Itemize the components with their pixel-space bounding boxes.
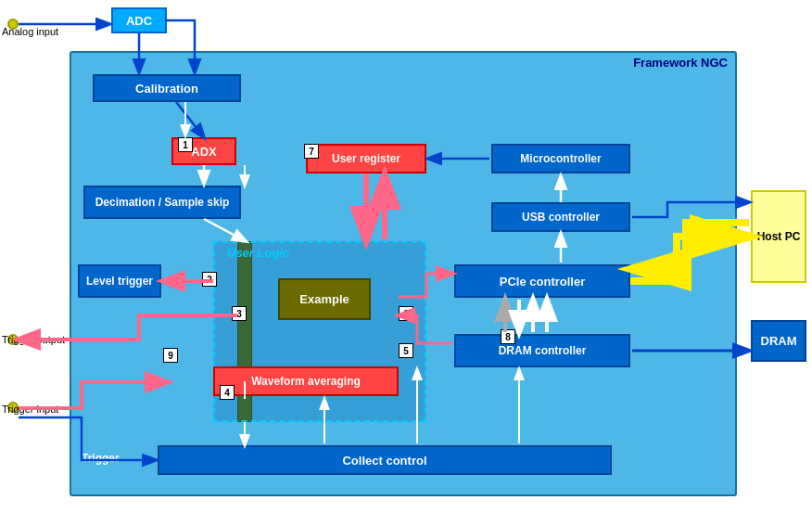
trigger-input-label: Trigger input [2, 404, 58, 416]
badge-8: 8 [501, 329, 515, 344]
badge-6: 6 [399, 306, 413, 321]
trigger-output-label: Trigger output [2, 334, 65, 346]
calibration-block: Calibration [93, 74, 241, 102]
collect-control-block: Collect control [158, 445, 612, 475]
decimation-block: Decimation / Sample skip [83, 186, 241, 219]
analog-input-label: Analog input [2, 26, 58, 38]
diagram-container: Framework NGC Analog input Trigger outpu… [0, 0, 812, 513]
dram-controller-block: DRAM controller [454, 334, 630, 367]
badge-3: 3 [232, 306, 247, 321]
badge-9: 9 [163, 348, 178, 363]
usb-controller-block: USB controller [491, 202, 630, 232]
host-pc-box: Host PC [751, 190, 806, 283]
microcontroller-block: Microcontroller [491, 144, 630, 173]
framework-label: Framework NGC [633, 56, 728, 70]
dram-box: DRAM [751, 320, 806, 362]
adc-block: ADC [111, 7, 167, 33]
badge-2: 2 [202, 272, 217, 287]
badge-4: 4 [220, 385, 235, 400]
level-trigger-block: Level trigger [78, 264, 161, 298]
trigger-label: Trigger [82, 452, 120, 465]
badge-5: 5 [399, 343, 413, 358]
user-logic-label: User Logic [227, 246, 289, 260]
badge-7: 7 [304, 144, 319, 159]
waveform-averaging-block: Waveform averaging [213, 366, 399, 396]
example-block: Example [278, 278, 371, 320]
pcie-controller-block: PCIe controller [454, 264, 630, 298]
badge-1: 1 [178, 137, 193, 152]
user-register-block: User register [306, 144, 426, 173]
